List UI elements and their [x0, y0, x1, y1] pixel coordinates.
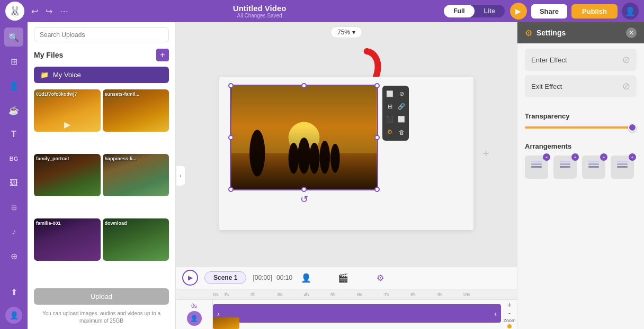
- svg-rect-22: [617, 166, 628, 168]
- sidebar-item-templates[interactable]: ⊞: [4, 52, 23, 71]
- ruler-mark: 7s: [373, 292, 399, 297]
- undo-button[interactable]: ↩: [29, 5, 41, 17]
- sidebar-item-background[interactable]: BG: [4, 149, 23, 168]
- list-item[interactable]: happiness-li...: [103, 154, 169, 196]
- arrangement-option-4[interactable]: +: [611, 156, 634, 179]
- sidebar-item-search[interactable]: 🔍: [4, 28, 23, 47]
- play-preview-button[interactable]: ▶: [510, 3, 527, 20]
- zoom-dot[interactable]: [507, 324, 512, 328]
- ctx-filter-button[interactable]: ⊘: [396, 89, 407, 99]
- add-element-button[interactable]: +: [482, 147, 489, 160]
- transparency-label: Transparency: [525, 112, 637, 120]
- sidebar-upload-button[interactable]: ⬆: [4, 282, 23, 301]
- video-track[interactable]: › ‹: [213, 304, 501, 323]
- ctx-crop-button[interactable]: ⬜: [384, 89, 395, 99]
- ruler-mark: 5s: [320, 292, 346, 297]
- settings-close-button[interactable]: ✕: [626, 28, 637, 38]
- undo-redo-group: ↩ ↪ ⋯: [29, 5, 71, 17]
- lite-mode-button[interactable]: Lite: [475, 5, 505, 17]
- list-item[interactable]: sunsets-famil...: [103, 89, 169, 132]
- document-title: Untitled Video: [75, 4, 444, 13]
- file-label: download: [105, 221, 127, 226]
- folder-icon: 📁: [40, 71, 49, 79]
- play-icon: ▶: [515, 7, 521, 15]
- canvas-area: ‹ 75% ▾: [176, 22, 517, 329]
- sidebar-item-more[interactable]: ⊕: [4, 246, 23, 266]
- zoom-dropdown-icon: ▾: [352, 29, 355, 36]
- sidebar-item-text[interactable]: T: [4, 125, 23, 144]
- redo-button[interactable]: ↪: [43, 5, 55, 17]
- scene-settings-icon[interactable]: ⚙: [373, 270, 388, 285]
- timeline-track-row: › ‹: [213, 300, 501, 329]
- sidebar-item-music[interactable]: ♪: [4, 222, 23, 241]
- sidebar-item-images[interactable]: 🖼: [4, 173, 23, 193]
- settings-title-row: ⚙ Settings: [525, 28, 566, 38]
- arrangement-option-1[interactable]: +: [525, 156, 548, 179]
- ctx-flip-button[interactable]: ⊞: [384, 102, 395, 112]
- transparency-slider-thumb[interactable]: [628, 123, 637, 132]
- time-duration: 00:10: [276, 274, 292, 281]
- resize-handle-mr[interactable]: [374, 135, 380, 140]
- add-file-button[interactable]: +: [156, 49, 169, 61]
- selected-video-clip[interactable]: ↺ ⬜ ⊘ ⊞ 🔗 ⬛ ⬜: [230, 85, 378, 190]
- ctx-settings-button[interactable]: ⚙: [384, 127, 395, 138]
- list-item[interactable]: family_portrait: [34, 154, 101, 196]
- sidebar-item-props[interactable]: ☕: [4, 100, 23, 120]
- character-icon[interactable]: 👤: [299, 270, 314, 285]
- arrangement-option-3[interactable]: +: [582, 156, 605, 179]
- search-input[interactable]: [34, 28, 169, 42]
- zoom-out-button[interactable]: -: [508, 309, 511, 317]
- sidebar-item-data[interactable]: ⊟: [4, 198, 23, 217]
- topbar: 🐰 ↩ ↪ ⋯ Untitled Video All Changes Saved…: [0, 0, 644, 22]
- arrangement-option-2[interactable]: +: [553, 156, 577, 179]
- share-button[interactable]: Share: [531, 4, 567, 19]
- mode-switcher: Full Lite: [444, 5, 505, 17]
- collapse-panel-button[interactable]: ‹: [176, 165, 185, 186]
- svg-rect-14: [531, 163, 542, 165]
- more-actions-button[interactable]: ⋯: [57, 5, 71, 17]
- play-icon: ▶: [188, 274, 193, 281]
- save-status: All Changes Saved: [75, 13, 444, 19]
- scene-play-button[interactable]: ▶: [182, 270, 198, 286]
- list-item[interactable]: 01d1f7ofc3kodwj7 ▶: [34, 89, 101, 132]
- list-item[interactable]: download: [103, 218, 169, 261]
- enter-effect-row[interactable]: Enter Effect ⊘: [525, 49, 637, 71]
- resize-handle-tm[interactable]: [301, 83, 307, 88]
- my-voice-item[interactable]: 📁 My Voice: [34, 67, 169, 83]
- rotate-handle[interactable]: ↺: [300, 194, 308, 205]
- ctx-link-button[interactable]: 🔗: [396, 102, 407, 112]
- scene-label[interactable]: Scene 1: [204, 271, 246, 284]
- transparency-slider[interactable]: [525, 126, 637, 129]
- resize-handle-ml[interactable]: [228, 135, 234, 140]
- full-mode-button[interactable]: Full: [444, 5, 474, 17]
- resize-handle-tl[interactable]: [228, 83, 234, 88]
- film-icon[interactable]: 🎬: [336, 270, 351, 285]
- sidebar-user-avatar[interactable]: 👤: [5, 307, 22, 324]
- publish-button[interactable]: Publish: [571, 4, 618, 19]
- zoom-in-button[interactable]: +: [507, 301, 512, 308]
- list-item[interactable]: familie-001: [34, 218, 101, 261]
- upload-button[interactable]: Upload: [34, 288, 169, 305]
- document-title-area: Untitled Video All Changes Saved: [75, 4, 444, 19]
- my-voice-label: My Voice: [53, 71, 81, 79]
- track-thumbnail[interactable]: [213, 317, 239, 329]
- user-avatar-button[interactable]: 👤: [622, 3, 639, 20]
- svg-rect-24: [617, 161, 628, 162]
- video-clip-background: [231, 86, 377, 189]
- files-title: My Files: [34, 51, 63, 59]
- zoom-control[interactable]: 75% ▾: [330, 26, 362, 38]
- resize-handle-bm[interactable]: [301, 187, 307, 192]
- settings-header: ⚙ Settings ✕: [517, 22, 644, 43]
- logo[interactable]: 🐰: [5, 2, 24, 21]
- timeline-area: ▶ Scene 1 [00:00] 00:10 👤 🎬 ⚙ 0s 1s 2s: [176, 266, 517, 329]
- sidebar-item-characters[interactable]: 👤: [4, 76, 23, 95]
- resize-handle-bl[interactable]: [228, 187, 234, 192]
- file-label: 01d1f7ofc3kodwj7: [36, 92, 77, 97]
- resize-handle-br[interactable]: [374, 187, 380, 192]
- ctx-delete-button[interactable]: 🗑: [396, 127, 407, 138]
- ctx-fit-button[interactable]: ⬜: [396, 114, 407, 125]
- files-header: My Files +: [28, 45, 175, 65]
- resize-handle-tr[interactable]: [374, 83, 380, 88]
- ctx-replace-button[interactable]: ⬛: [384, 114, 395, 125]
- exit-effect-row[interactable]: Exit Effect ⊘: [525, 75, 637, 97]
